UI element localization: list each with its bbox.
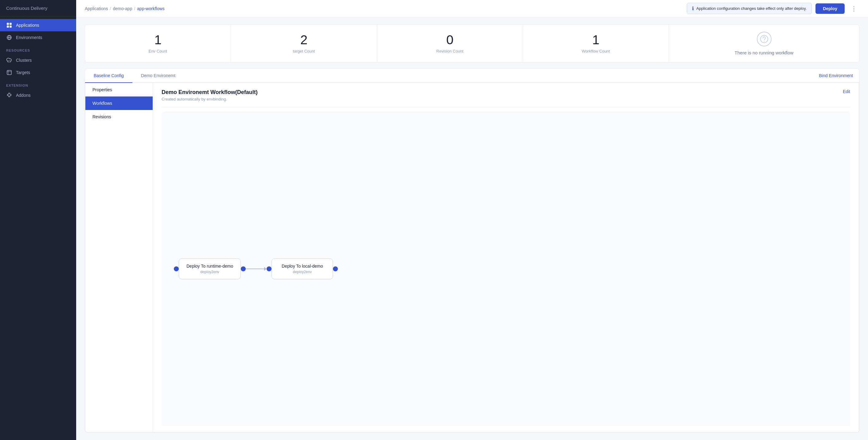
workflow-nodes: Deploy To runtime-demo deploy2env	[174, 258, 338, 279]
stat-workflow-number: 1	[592, 33, 599, 47]
no-workflow-text: There is no running workflow	[735, 50, 794, 55]
workflow-canvas: Demo Environemt Workflow(Default) Create…	[153, 83, 859, 432]
node-1-type: deploy2env	[186, 270, 233, 274]
stat-revision-count: 0 Revision Count	[377, 25, 523, 62]
stats-card: 1 Env Count 2 target Count 0 Revision Co…	[85, 25, 859, 62]
node-dot-left-2	[267, 266, 272, 271]
side-menu-properties[interactable]: Properties	[85, 83, 153, 96]
side-menu-revisions[interactable]: Revisions	[85, 110, 153, 123]
stat-workflow-count: 1 Workflow Count	[523, 25, 669, 62]
breadcrumb-sep-1: /	[110, 6, 111, 11]
tab-baseline-config[interactable]: Baseline Config	[85, 69, 132, 83]
deploy-button[interactable]: Deploy	[815, 3, 845, 14]
stat-target-label: target Count	[293, 49, 315, 54]
workflow-header: Demo Environemt Workflow(Default) Create…	[161, 89, 850, 101]
edit-workflow-link[interactable]: Edit	[843, 89, 850, 94]
stat-env-number: 1	[154, 33, 161, 47]
info-icon: ℹ	[692, 5, 694, 11]
node-wrapper-1: Deploy To runtime-demo deploy2env	[174, 258, 246, 279]
puzzle-icon	[6, 92, 12, 98]
svg-point-11	[761, 35, 768, 43]
env-icon	[6, 34, 12, 40]
sidebar-item-targets[interactable]: Targets	[0, 66, 76, 79]
breadcrumb-applications[interactable]: Applications	[85, 6, 108, 11]
stat-revision-number: 0	[446, 33, 453, 47]
sidebar-item-environments[interactable]: Environments	[0, 31, 76, 43]
sidebar-nav: Applications Environments Resources Clus…	[0, 17, 76, 440]
svg-rect-8	[7, 70, 11, 75]
sidebar-item-environments-label: Environments	[16, 35, 42, 40]
workflow-title: Demo Environemt Workflow(Default)	[161, 89, 258, 95]
more-options-button[interactable]: ⋮	[848, 4, 859, 13]
svg-rect-2	[7, 26, 9, 28]
stat-target-number: 2	[300, 33, 307, 47]
node-1-name: Deploy To runtime-demo	[186, 264, 233, 268]
sidebar-item-addons-label: Addons	[16, 93, 30, 98]
breadcrumb-app-workflows[interactable]: app-workflows	[137, 6, 164, 11]
info-message: Application configuration changes take e…	[696, 6, 807, 11]
no-workflow-icon	[757, 32, 772, 47]
no-workflow-panel: There is no running workflow	[669, 25, 859, 62]
node-2-name: Deploy To local-demo	[279, 264, 325, 268]
breadcrumb-demo-app[interactable]: demo-app	[113, 6, 132, 11]
sidebar-item-applications[interactable]: Applications	[0, 19, 76, 31]
app-title: Continuous Delivery	[0, 0, 76, 17]
node-wrapper-2: Deploy To local-demo deploy2env	[267, 258, 338, 279]
bind-environment-link[interactable]: Bind Environment	[819, 73, 853, 78]
info-banner: ℹ Application configuration changes take…	[687, 3, 812, 14]
sidebar-item-targets-label: Targets	[16, 70, 30, 75]
extension-section-label: Extension	[0, 79, 76, 89]
connector-line-1	[246, 268, 264, 269]
svg-rect-1	[9, 23, 12, 25]
workflow-node-2[interactable]: Deploy To local-demo deploy2env	[272, 258, 333, 279]
cloud-icon	[6, 57, 12, 63]
grid-icon	[6, 22, 12, 28]
header-actions: ℹ Application configuration changes take…	[687, 3, 859, 14]
node-dot-left-1	[174, 266, 179, 271]
breadcrumb: Applications / demo-app / app-workflows	[85, 6, 165, 11]
stat-revision-label: Revision Count	[436, 49, 464, 54]
header: Applications / demo-app / app-workflows …	[76, 0, 868, 17]
side-menu-workflows[interactable]: Workflows	[85, 96, 153, 110]
sidebar-item-clusters[interactable]: Clusters	[0, 54, 76, 66]
svg-point-12	[764, 41, 764, 41]
node-dot-right-2	[333, 266, 338, 271]
svg-rect-3	[9, 26, 12, 28]
main-content: Applications / demo-app / app-workflows …	[76, 0, 868, 440]
breadcrumb-sep-2: /	[134, 6, 135, 11]
side-menu: Properties Workflows Revisions	[85, 83, 153, 432]
svg-rect-0	[7, 23, 9, 25]
node-dot-right-1	[241, 266, 246, 271]
stat-target-count: 2 target Count	[231, 25, 377, 62]
workflow-node-1[interactable]: Deploy To runtime-demo deploy2env	[179, 258, 241, 279]
workflow-divider	[161, 107, 850, 107]
sidebar-item-applications-label: Applications	[16, 23, 39, 28]
tab-demo-env[interactable]: Demo Environemt	[132, 69, 184, 83]
stat-env-count: 1 Env Count	[85, 25, 231, 62]
lower-section: Properties Workflows Revisions Demo Envi…	[85, 83, 859, 432]
sidebar-item-addons[interactable]: Addons	[0, 89, 76, 101]
workflow-diagram: Deploy To runtime-demo deploy2env	[161, 112, 850, 426]
connector-1	[246, 267, 267, 271]
workflow-subtitle: Created automatically by envbinding.	[161, 97, 258, 101]
node-2-type: deploy2env	[279, 270, 325, 274]
sidebar-item-clusters-label: Clusters	[16, 58, 32, 63]
connector-arrow-1	[264, 267, 267, 271]
sidebar: Continuous Delivery Applications	[0, 0, 76, 440]
stats-main: 1 Env Count 2 target Count 0 Revision Co…	[85, 25, 669, 62]
content-area: 1 Env Count 2 target Count 0 Revision Co…	[76, 17, 868, 440]
stat-env-label: Env Count	[149, 49, 167, 54]
box-icon	[6, 69, 12, 76]
tabs-row: Baseline Config Demo Environemt Bind Env…	[85, 69, 859, 83]
stat-workflow-label: Workflow Count	[582, 49, 610, 54]
resources-section-label: Resources	[0, 43, 76, 54]
